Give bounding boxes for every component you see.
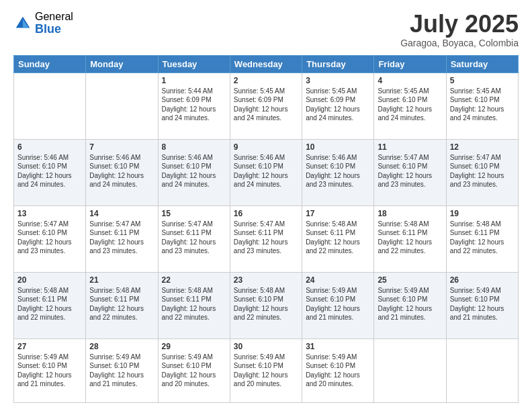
day-number: 4 (378, 76, 442, 85)
day-number: 9 (234, 142, 298, 152)
day-info: Sunrise: 5:48 AMSunset: 6:11 PMDaylight:… (306, 220, 370, 256)
day-info: Sunrise: 5:46 AMSunset: 6:10 PMDaylight:… (17, 153, 82, 189)
day-info: Sunrise: 5:49 AMSunset: 6:10 PMDaylight:… (89, 353, 154, 389)
col-saturday: Saturday (446, 55, 518, 73)
calendar-week-row: 6Sunrise: 5:46 AMSunset: 6:10 PMDaylight… (14, 139, 519, 205)
table-row: 10Sunrise: 5:46 AMSunset: 6:10 PMDayligh… (302, 139, 374, 205)
day-info: Sunrise: 5:47 AMSunset: 6:10 PMDaylight:… (450, 153, 515, 189)
table-row: 4Sunrise: 5:45 AMSunset: 6:10 PMDaylight… (374, 73, 446, 139)
table-row: 2Sunrise: 5:45 AMSunset: 6:09 PMDaylight… (230, 73, 302, 139)
day-number: 25 (378, 275, 442, 285)
day-number: 24 (306, 275, 370, 285)
day-info: Sunrise: 5:45 AMSunset: 6:09 PMDaylight:… (306, 87, 370, 123)
day-number: 22 (162, 275, 226, 285)
day-info: Sunrise: 5:47 AMSunset: 6:11 PMDaylight:… (89, 220, 154, 256)
day-number: 26 (450, 275, 515, 285)
day-number: 16 (234, 209, 298, 218)
table-row (374, 338, 446, 402)
day-info: Sunrise: 5:47 AMSunset: 6:11 PMDaylight:… (234, 220, 298, 256)
day-number: 8 (162, 142, 226, 152)
day-info: Sunrise: 5:49 AMSunset: 6:10 PMDaylight:… (17, 353, 82, 389)
day-info: Sunrise: 5:49 AMSunset: 6:10 PMDaylight:… (306, 286, 370, 322)
logo-blue: Blue (35, 23, 73, 36)
day-info: Sunrise: 5:49 AMSunset: 6:10 PMDaylight:… (450, 286, 515, 322)
table-row: 13Sunrise: 5:47 AMSunset: 6:10 PMDayligh… (14, 205, 86, 272)
logo-text: General Blue (35, 11, 73, 36)
table-row: 9Sunrise: 5:46 AMSunset: 6:10 PMDaylight… (230, 139, 302, 205)
table-row: 8Sunrise: 5:46 AMSunset: 6:10 PMDaylight… (158, 139, 230, 205)
col-wednesday: Wednesday (230, 55, 302, 73)
calendar-table: Sunday Monday Tuesday Wednesday Thursday… (13, 55, 519, 403)
day-info: Sunrise: 5:46 AMSunset: 6:10 PMDaylight:… (306, 153, 370, 189)
title-block: July 2025 Garagoa, Boyaca, Colombia (400, 11, 519, 48)
day-info: Sunrise: 5:44 AMSunset: 6:09 PMDaylight:… (162, 87, 226, 123)
table-row: 18Sunrise: 5:48 AMSunset: 6:11 PMDayligh… (374, 205, 446, 272)
day-info: Sunrise: 5:45 AMSunset: 6:10 PMDaylight:… (450, 87, 515, 123)
calendar-header-row: Sunday Monday Tuesday Wednesday Thursday… (14, 55, 519, 73)
logo-general: General (35, 11, 73, 23)
table-row: 25Sunrise: 5:49 AMSunset: 6:10 PMDayligh… (374, 272, 446, 338)
table-row (86, 73, 158, 139)
day-info: Sunrise: 5:46 AMSunset: 6:10 PMDaylight:… (234, 153, 298, 189)
day-number: 23 (234, 275, 298, 285)
day-number: 11 (378, 142, 442, 152)
day-number: 28 (89, 342, 154, 351)
table-row: 3Sunrise: 5:45 AMSunset: 6:09 PMDaylight… (302, 73, 374, 139)
day-info: Sunrise: 5:46 AMSunset: 6:10 PMDaylight:… (162, 153, 226, 189)
table-row: 12Sunrise: 5:47 AMSunset: 6:10 PMDayligh… (446, 139, 518, 205)
calendar-week-row: 1Sunrise: 5:44 AMSunset: 6:09 PMDaylight… (14, 73, 519, 139)
table-row: 22Sunrise: 5:48 AMSunset: 6:11 PMDayligh… (158, 272, 230, 338)
table-row: 15Sunrise: 5:47 AMSunset: 6:11 PMDayligh… (158, 205, 230, 272)
day-number: 15 (162, 209, 226, 218)
table-row: 30Sunrise: 5:49 AMSunset: 6:10 PMDayligh… (230, 338, 302, 402)
table-row: 29Sunrise: 5:49 AMSunset: 6:10 PMDayligh… (158, 338, 230, 402)
day-info: Sunrise: 5:48 AMSunset: 6:10 PMDaylight:… (234, 286, 298, 322)
col-friday: Friday (374, 55, 446, 73)
day-number: 6 (17, 142, 82, 152)
day-number: 13 (17, 209, 82, 218)
day-number: 3 (306, 76, 370, 85)
table-row: 7Sunrise: 5:46 AMSunset: 6:10 PMDaylight… (86, 139, 158, 205)
table-row: 23Sunrise: 5:48 AMSunset: 6:10 PMDayligh… (230, 272, 302, 338)
table-row: 11Sunrise: 5:47 AMSunset: 6:10 PMDayligh… (374, 139, 446, 205)
day-number: 7 (89, 142, 154, 152)
month-title: July 2025 (400, 11, 519, 38)
table-row (14, 73, 86, 139)
table-row: 6Sunrise: 5:46 AMSunset: 6:10 PMDaylight… (14, 139, 86, 205)
day-number: 30 (234, 342, 298, 351)
day-number: 1 (162, 76, 226, 85)
calendar-week-row: 20Sunrise: 5:48 AMSunset: 6:11 PMDayligh… (14, 272, 519, 338)
calendar-week-row: 13Sunrise: 5:47 AMSunset: 6:10 PMDayligh… (14, 205, 519, 272)
logo: General Blue (13, 11, 73, 36)
table-row: 21Sunrise: 5:48 AMSunset: 6:11 PMDayligh… (86, 272, 158, 338)
day-info: Sunrise: 5:48 AMSunset: 6:11 PMDaylight:… (450, 220, 515, 256)
day-info: Sunrise: 5:49 AMSunset: 6:10 PMDaylight:… (234, 353, 298, 389)
table-row: 28Sunrise: 5:49 AMSunset: 6:10 PMDayligh… (86, 338, 158, 402)
table-row: 20Sunrise: 5:48 AMSunset: 6:11 PMDayligh… (14, 272, 86, 338)
day-info: Sunrise: 5:46 AMSunset: 6:10 PMDaylight:… (89, 153, 154, 189)
day-number: 29 (162, 342, 226, 351)
day-number: 14 (89, 209, 154, 218)
day-info: Sunrise: 5:49 AMSunset: 6:10 PMDaylight:… (378, 286, 442, 322)
logo-icon (13, 14, 32, 33)
day-info: Sunrise: 5:48 AMSunset: 6:11 PMDaylight:… (89, 286, 154, 322)
day-number: 18 (378, 209, 442, 218)
table-row: 17Sunrise: 5:48 AMSunset: 6:11 PMDayligh… (302, 205, 374, 272)
col-sunday: Sunday (14, 55, 86, 73)
table-row: 16Sunrise: 5:47 AMSunset: 6:11 PMDayligh… (230, 205, 302, 272)
day-info: Sunrise: 5:48 AMSunset: 6:11 PMDaylight:… (378, 220, 442, 256)
day-info: Sunrise: 5:45 AMSunset: 6:10 PMDaylight:… (378, 87, 442, 123)
table-row: 1Sunrise: 5:44 AMSunset: 6:09 PMDaylight… (158, 73, 230, 139)
header: General Blue July 2025 Garagoa, Boyaca, … (13, 11, 519, 48)
day-number: 12 (450, 142, 515, 152)
day-info: Sunrise: 5:45 AMSunset: 6:09 PMDaylight:… (234, 87, 298, 123)
day-number: 17 (306, 209, 370, 218)
day-number: 27 (17, 342, 82, 351)
day-number: 20 (17, 275, 82, 285)
day-info: Sunrise: 5:47 AMSunset: 6:10 PMDaylight:… (17, 220, 82, 256)
day-info: Sunrise: 5:47 AMSunset: 6:10 PMDaylight:… (378, 153, 442, 189)
table-row: 26Sunrise: 5:49 AMSunset: 6:10 PMDayligh… (446, 272, 518, 338)
table-row: 19Sunrise: 5:48 AMSunset: 6:11 PMDayligh… (446, 205, 518, 272)
table-row: 24Sunrise: 5:49 AMSunset: 6:10 PMDayligh… (302, 272, 374, 338)
day-number: 10 (306, 142, 370, 152)
